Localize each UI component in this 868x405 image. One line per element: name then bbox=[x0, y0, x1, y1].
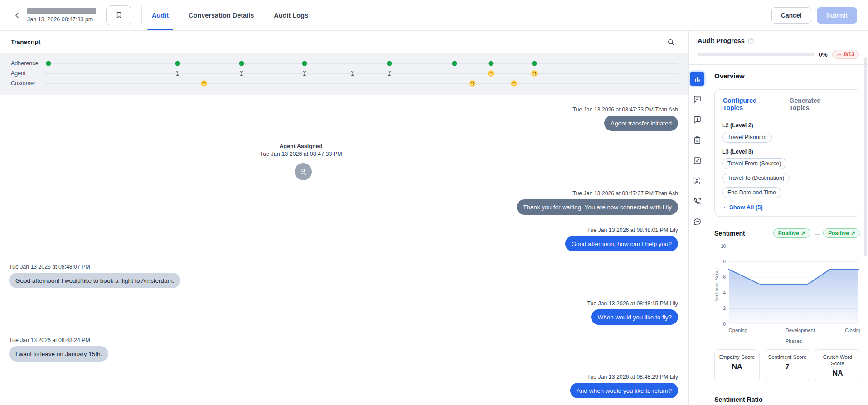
trend-up-icon: ↗ bbox=[851, 230, 855, 236]
message: Tue Jan 13 2026 at 08:48:07 PMGood after… bbox=[9, 264, 678, 288]
show-all-link[interactable]: Show All (5) bbox=[722, 204, 853, 211]
adherence-dot-icon bbox=[488, 61, 493, 66]
arrow-right-icon: → bbox=[814, 230, 820, 237]
topics-tab-configured-topics[interactable]: Configured Topics bbox=[722, 96, 777, 116]
adherence-dot-marker[interactable] bbox=[175, 61, 180, 66]
timeline-track-adherence[interactable] bbox=[45, 58, 678, 68]
audit-panel: Audit Progress 0% 0/13 Overview bbox=[689, 31, 868, 405]
transcript-search-button[interactable] bbox=[665, 37, 676, 48]
cancel-button[interactable]: Cancel bbox=[771, 7, 811, 24]
sentiment-start-badge: Positive↗ bbox=[773, 228, 810, 238]
tab-audit[interactable]: Audit bbox=[152, 0, 169, 30]
search-icon bbox=[667, 38, 675, 46]
tab-audit-logs[interactable]: Audit Logs bbox=[274, 0, 308, 30]
adherence-dot-icon bbox=[46, 61, 51, 66]
adherence-dot-marker[interactable] bbox=[46, 61, 51, 66]
svg-text:10: 10 bbox=[721, 244, 726, 249]
smiley-marker[interactable] bbox=[201, 80, 208, 87]
rail-agent-scan-icon[interactable] bbox=[689, 172, 706, 189]
message-bubble-agent[interactable]: When would you like to fly? bbox=[591, 309, 678, 325]
message-bubble-customer[interactable]: I want to leave on January 15th. bbox=[9, 346, 108, 362]
rail-check-square-icon[interactable] bbox=[689, 152, 706, 169]
topic-chip-end-date-and-time[interactable]: End Date and Time bbox=[722, 187, 781, 198]
svg-text:Sentiment Score: Sentiment Score bbox=[714, 268, 719, 302]
svg-text:2: 2 bbox=[723, 306, 726, 311]
message-bubble-customer[interactable]: Good afternoon! I would like to book a f… bbox=[9, 273, 180, 288]
audit-progress-bar bbox=[698, 53, 814, 56]
topbar-divider bbox=[141, 6, 142, 24]
adherence-dot-marker[interactable] bbox=[488, 61, 493, 66]
adherence-dot-marker[interactable] bbox=[302, 61, 307, 66]
message-bubble-system[interactable]: Thank you for waiting. You are now conne… bbox=[517, 199, 678, 215]
topics-tabs: Configured TopicsGenerated Topics bbox=[722, 96, 853, 116]
smiley-marker[interactable] bbox=[531, 70, 538, 77]
timeline-label: Agent bbox=[11, 70, 45, 77]
sentiment-end-badge: Positive↗ bbox=[823, 228, 860, 238]
hourglass-marker[interactable] bbox=[302, 70, 308, 77]
message-bubble-agent[interactable]: And when would you like to return? bbox=[570, 383, 678, 398]
audit-progress-percent: 0% bbox=[819, 51, 828, 58]
message-timestamp: Tue Jan 13 2026 at 08:47:37 PM Titan Ash bbox=[572, 190, 678, 197]
sentiment-line-chart: 0246810OpeningDevelopmentClosingPhasesSe… bbox=[714, 241, 860, 345]
smiley-marker[interactable] bbox=[487, 70, 494, 77]
bookmark-icon bbox=[115, 11, 123, 19]
adherence-dot-icon bbox=[175, 61, 180, 66]
bookmark-button[interactable] bbox=[106, 5, 131, 25]
message-bubble-system[interactable]: Agent transfer initiated bbox=[604, 116, 678, 131]
hourglass-marker[interactable] bbox=[175, 70, 180, 77]
adherence-dot-marker[interactable] bbox=[387, 61, 392, 66]
adherence-dot-icon bbox=[302, 61, 307, 66]
topic-chip-travel-to-destination[interactable]: Travel To (Destination) bbox=[722, 173, 790, 183]
svg-text:Development: Development bbox=[786, 328, 815, 333]
hourglass-icon bbox=[238, 70, 244, 77]
message: Tue Jan 13 2026 at 08:47:33 PM Titan Ash… bbox=[9, 106, 678, 131]
rail-message-lines-icon[interactable] bbox=[689, 91, 706, 108]
rail-bar-chart-icon[interactable] bbox=[690, 72, 704, 86]
panel-scrollbar-thumb[interactable] bbox=[864, 57, 867, 256]
top-bar: Jan 13, 2026 08:47:33 pm AuditConversati… bbox=[0, 0, 868, 31]
hourglass-marker[interactable] bbox=[238, 70, 244, 77]
timeline-track-agent[interactable] bbox=[45, 68, 678, 78]
timeline-track-customer[interactable] bbox=[45, 78, 678, 88]
smiley-icon bbox=[469, 80, 476, 87]
info-icon[interactable] bbox=[747, 38, 754, 44]
score-card-label: Sentiment Score bbox=[768, 354, 807, 360]
message-bubble-agent[interactable]: Good afternoon, how can I help you? bbox=[565, 236, 678, 251]
sentiment-chart: 0246810OpeningDevelopmentClosingPhasesSe… bbox=[714, 241, 860, 347]
tab-conversation-details[interactable]: Conversation Details bbox=[189, 0, 254, 30]
hourglass-marker[interactable] bbox=[350, 70, 356, 77]
message-timestamp: Tue Jan 13 2026 at 08:48:07 PM bbox=[9, 264, 90, 270]
topic-chip-travel-from-source[interactable]: Travel From (Source) bbox=[722, 158, 786, 169]
hourglass-marker[interactable] bbox=[387, 70, 393, 77]
message-timestamp: Tue Jan 13 2026 at 08:48:15 PM Lily bbox=[587, 300, 678, 307]
message-timestamp: Tue Jan 13 2026 at 08:48:01 PM Lily bbox=[587, 227, 678, 233]
smiley-marker[interactable] bbox=[511, 80, 518, 87]
adherence-dot-marker[interactable] bbox=[532, 61, 537, 66]
message-timestamp: Tue Jan 13 2026 at 08:48:29 PM Lily bbox=[587, 374, 678, 380]
event-timestamp: Tue Jan 13 2026 at 08:47:33 PM bbox=[260, 151, 342, 157]
score-card-label: Empathy Score bbox=[718, 354, 756, 360]
audit-panel-content: Overview Configured TopicsGenerated Topi… bbox=[706, 65, 868, 405]
adherence-dot-marker[interactable] bbox=[239, 61, 244, 66]
submit-button[interactable]: Submit bbox=[817, 7, 857, 24]
conversation-title-block: Jan 13, 2026 08:47:33 pm bbox=[27, 8, 96, 23]
topic-chip-travel-planning[interactable]: Travel Planning bbox=[722, 132, 772, 143]
score-card-sentiment-score: Sentiment Score7 bbox=[765, 349, 810, 382]
topics-tab-generated-topics[interactable]: Generated Topics bbox=[789, 96, 841, 116]
rail-message-dots-icon[interactable] bbox=[689, 213, 706, 230]
svg-text:0: 0 bbox=[723, 322, 726, 327]
rail-phone-forward-icon[interactable] bbox=[689, 193, 706, 210]
audit-progress-header: Audit Progress 0% 0/13 bbox=[689, 31, 868, 64]
svg-text:8: 8 bbox=[723, 259, 726, 264]
smiley-marker[interactable] bbox=[469, 80, 476, 87]
smiley-icon bbox=[511, 80, 518, 87]
back-button[interactable] bbox=[11, 9, 24, 22]
trend-up-icon: ↗ bbox=[801, 230, 805, 236]
message: Tue Jan 13 2026 at 08:48:01 PM LilyGood … bbox=[9, 227, 678, 251]
event-text: Agent AssignedTue Jan 13 2026 at 08:47:3… bbox=[252, 143, 350, 157]
l3-label: L3 (Level 3) bbox=[722, 149, 853, 155]
rail-message-alert-icon[interactable] bbox=[689, 111, 706, 128]
overview-title: Overview bbox=[714, 72, 860, 80]
adherence-dot-marker[interactable] bbox=[452, 61, 457, 66]
rail-clipboard-check-icon[interactable] bbox=[689, 131, 706, 149]
